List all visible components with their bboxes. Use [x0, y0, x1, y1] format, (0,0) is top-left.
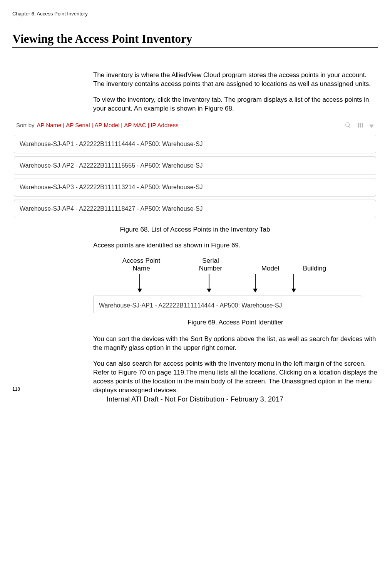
- paragraph-sort-info: You can sort the devices with the Sort B…: [93, 335, 378, 353]
- annot-label-building: Building: [293, 257, 336, 273]
- sort-separator: |: [92, 122, 93, 128]
- annot-label-serial: SerialNumber: [174, 257, 247, 273]
- list-item[interactable]: Warehouse-SJ-AP3 - A22222B111113214 - AP…: [14, 178, 376, 197]
- identifier-annotation: Access PointName SerialNumber Model Buil…: [93, 257, 378, 313]
- figure-68-caption: Figure 68. List of Access Points in the …: [12, 226, 378, 234]
- section-title: Viewing the Access Point Inventory: [12, 32, 378, 48]
- figure-69-caption: Figure 69. Access Point Identifier: [93, 318, 378, 327]
- chapter-header: Chapter 6: Access Point Inventory: [12, 11, 378, 17]
- sort-option-ap-name[interactable]: AP Name: [37, 122, 62, 128]
- dropdown-icon[interactable]: [369, 123, 374, 128]
- sort-options: Sort by AP Name | AP Serial | AP Model |…: [16, 122, 179, 128]
- inventory-screenshot: Sort by AP Name | AP Serial | AP Model |…: [12, 120, 378, 218]
- arrow-icon: [255, 274, 256, 292]
- list-item[interactable]: Warehouse-SJ-AP1 - A22222B111114444 - AP…: [14, 135, 376, 153]
- sort-option-ip-address[interactable]: IP Address: [151, 122, 178, 128]
- columns-icon[interactable]: [357, 122, 364, 129]
- sort-option-ap-mac[interactable]: AP MAC: [124, 122, 146, 128]
- arrow-icon: [209, 274, 209, 292]
- arrow-icon: [139, 274, 140, 292]
- paragraph-intro: The inventory is where the AlliedView Cl…: [93, 71, 378, 89]
- paragraph-menu-info: You can also search for access points wi…: [93, 360, 378, 395]
- sort-separator: |: [63, 122, 64, 128]
- annot-label-name: Access PointName: [109, 257, 174, 273]
- list-item[interactable]: Warehouse-SJ-AP4 - A22222B111118427 - AP…: [14, 200, 376, 218]
- footer-draft-notice: Internal ATI Draft - Not For Distributio…: [0, 395, 390, 403]
- sort-by-label: Sort by: [16, 122, 35, 128]
- search-icon[interactable]: [345, 122, 352, 129]
- svg-rect-0: [358, 123, 359, 128]
- svg-rect-1: [360, 123, 361, 128]
- annot-label-model: Model: [247, 257, 293, 273]
- paragraph-view-instructions: To view the inventory, click the Invento…: [93, 96, 378, 113]
- sort-bar: Sort by AP Name | AP Serial | AP Model |…: [12, 120, 378, 132]
- page-number: 118: [12, 386, 20, 392]
- list-item[interactable]: Warehouse-SJ-AP2 - A22222B111115555 - AP…: [14, 156, 376, 175]
- paragraph-identifier-intro: Access points are identified as shown in…: [93, 241, 378, 250]
- svg-rect-2: [362, 123, 363, 128]
- sort-option-ap-serial[interactable]: AP Serial: [66, 122, 90, 128]
- arrow-icon: [293, 274, 294, 292]
- identifier-example-row: Warehouse-SJ-AP1 - A22222B111114444 - AP…: [93, 296, 362, 313]
- sort-separator: |: [147, 122, 149, 128]
- sort-option-ap-model[interactable]: AP Model: [95, 122, 120, 128]
- sort-separator: |: [121, 122, 122, 128]
